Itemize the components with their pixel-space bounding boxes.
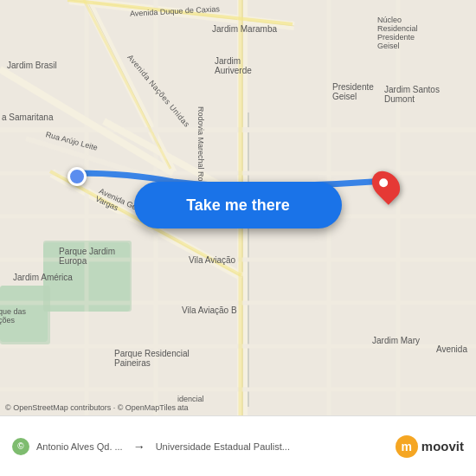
bottom-left-section: © Antonio Alves Qd. ... → Universidade E… [12,438,396,455]
moovit-icon: m [396,435,418,458]
label-avenida: Avenida [436,344,467,354]
label-rodovia: Rodovia Marechal Ro... [196,106,205,188]
label-jardim-brasil: Jardim Brasil [7,61,57,70]
destination-marker [374,170,398,201]
take-me-there-button[interactable]: Take me there [134,182,342,228]
to-location: Universidade Estadual Paulist... [156,441,290,452]
label-residencial: idencialata [177,395,204,412]
label-vila-aviacao: Vila Aviação [189,255,235,265]
label-parque-jardim: Parque JardimEuropa [59,247,115,266]
origin-marker [68,167,87,186]
label-parque-residencial: Parque ResidencialPaineiras [114,349,190,368]
label-jardim-santos-dumont: Jardim SantosDumont [384,85,440,104]
label-jardim-america: Jardim América [13,273,73,282]
label-jardim-mary: Jardim Mary [372,336,420,345]
label-presidente-geisel: PresidenteGeisel [332,82,374,101]
osm-logo: © [12,438,29,455]
map-container: Avenida Duque de Caxias Jardim Maramba N… [0,0,476,415]
label-jardim-auriverde: JardimAuriverde [215,56,252,75]
label-vila-aviacao-b: Vila Aviação B [182,306,237,315]
label-samaritana: a Samaritana [2,113,53,122]
from-location: Antonio Alves Qd. ... [36,441,123,452]
map-attribution: © OpenStreetMap contributors · © OpenMap… [5,403,176,412]
label-jardim-maramba: Jardim Maramba [212,24,277,34]
moovit-logo: m moovit [396,435,464,458]
label-nucleo-residencial: NúcleoResidencialPresidenteGeisel [377,16,418,50]
label-que-das: que dasções [0,307,26,325]
bottom-bar: © Antonio Alves Qd. ... → Universidade E… [0,415,476,476]
moovit-text: moovit [421,439,464,453]
arrow-separator: → [133,440,145,453]
